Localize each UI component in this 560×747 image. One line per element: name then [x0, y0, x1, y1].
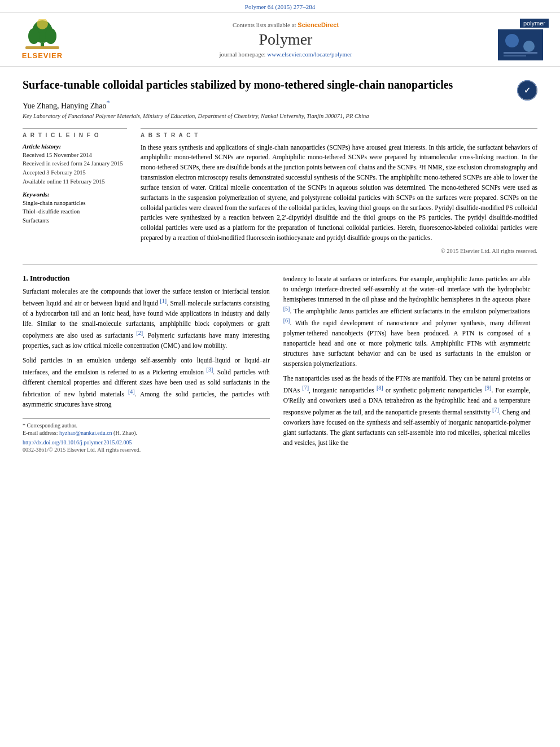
polymer-badge-label: polymer — [520, 19, 549, 28]
ref-6: [6] — [283, 317, 290, 324]
info-abstract-section: A R T I C L E I N F O Article history: R… — [23, 128, 537, 254]
journal-homepage: journal homepage: www.elsevier.com/locat… — [79, 51, 492, 58]
affiliation: Key Laboratory of Functional Polymer Mat… — [23, 113, 537, 119]
left-column: 1. Introduction Surfactant molecules are… — [23, 274, 270, 453]
journal-ref-text: Polymer 64 (2015) 277–284 — [245, 3, 315, 10]
article-title-block: ✓ Surface-tunable colloidal particles st… — [23, 77, 537, 93]
polymer-cover-image — [498, 29, 543, 60]
corresponding-mark: * — [107, 99, 110, 107]
svg-text:✓: ✓ — [524, 86, 531, 95]
right-para2: The nanoparticles used as the heads of t… — [283, 373, 531, 448]
article-info-label: A R T I C L E I N F O — [23, 132, 127, 138]
abstract-panel: A B S T R A C T In these years synthesis… — [141, 128, 537, 254]
online-date: Available online 11 February 2015 — [23, 177, 127, 186]
authors-line: Yue Zhang, Hanying Zhao* — [23, 99, 537, 111]
doi-line[interactable]: http://dx.doi.org/10.1016/j.polymer.2015… — [23, 439, 270, 445]
authors-names: Yue Zhang, Hanying Zhao — [23, 102, 107, 110]
ref-7b: [7] — [492, 407, 499, 413]
ref-1: [1] — [160, 298, 167, 304]
intro-para1: Surfactant molecules are the compounds t… — [23, 286, 270, 351]
homepage-prefix: journal homepage: — [219, 51, 265, 58]
crossmark: ✓ — [517, 80, 537, 101]
intro-heading: 1. Introduction — [23, 274, 270, 283]
svg-rect-4 — [25, 46, 59, 49]
abstract-text: In these years synthesis and application… — [141, 143, 537, 243]
sciencedirect-line: Contents lists available at ScienceDirec… — [79, 21, 492, 28]
ref-7: [7] — [302, 385, 309, 391]
keyword-3: Surfactants — [23, 216, 127, 225]
ref-5: [5] — [283, 305, 290, 312]
elsevier-label: ELSEVIER — [22, 51, 63, 60]
main-content: ✓ Surface-tunable colloidal particles st… — [0, 67, 560, 464]
ref-9: [9] — [485, 385, 492, 391]
right-para1: tendency to locate at surfaces or interf… — [283, 274, 531, 369]
elsevier-tree-icon — [20, 19, 65, 50]
journal-header: ELSEVIER Contents lists available at Sci… — [0, 13, 560, 67]
article-info-panel: A R T I C L E I N F O Article history: R… — [23, 128, 127, 254]
svg-rect-9 — [504, 52, 537, 54]
section-num: 1. — [23, 274, 28, 282]
elsevier-logo: ELSEVIER — [11, 19, 73, 60]
article-title: Surface-tunable colloidal particles stab… — [23, 77, 537, 93]
crossmark-icon: ✓ — [517, 80, 537, 101]
right-column: tendency to locate at surfaces or interf… — [283, 274, 531, 453]
copyright-line: © 2015 Elsevier Ltd. All rights reserved… — [141, 248, 537, 254]
keyword-2: Thiol–disulfide reaction — [23, 207, 127, 216]
intro-para2: Solid particles in an emulsion undergo s… — [23, 355, 270, 409]
revised-date: Received in revised form 24 January 2015 — [23, 159, 127, 168]
polymer-logo: polymer — [498, 19, 549, 60]
svg-point-3 — [45, 28, 56, 44]
svg-point-2 — [28, 28, 40, 44]
issn-line: 0032-3861/© 2015 Elsevier Ltd. All right… — [23, 447, 270, 453]
article-history-block: Article history: Received 15 November 20… — [23, 143, 127, 186]
received-date: Received 15 November 2014 — [23, 151, 127, 160]
section-divider — [23, 264, 537, 265]
keywords-block: Keywords: Single-chain nanoparticles Thi… — [23, 191, 127, 225]
keyword-1: Single-chain nanoparticles — [23, 199, 127, 208]
ref-3: [3] — [207, 366, 213, 373]
sciencedirect-link[interactable]: ScienceDirect — [298, 21, 339, 28]
footnote-area: * Corresponding author. E-mail address: … — [23, 418, 270, 453]
svg-point-7 — [505, 34, 519, 47]
journal-name: Polymer — [79, 30, 492, 49]
email-address[interactable]: hyzhao@nankai.edu.cn — [59, 430, 112, 436]
homepage-url[interactable]: www.elsevier.com/locate/polymer — [267, 51, 352, 58]
email-label: E-mail address: — [23, 430, 58, 436]
abstract-label: A B S T R A C T — [141, 132, 537, 138]
email-line: E-mail address: hyzhao@nankai.edu.cn (H.… — [23, 430, 270, 436]
body-content: 1. Introduction Surfactant molecules are… — [23, 274, 537, 453]
accepted-date: Accepted 3 February 2015 — [23, 168, 127, 177]
journal-center: Contents lists available at ScienceDirec… — [79, 21, 492, 58]
section-title: Introduction — [30, 274, 70, 282]
ref-4: [4] — [128, 388, 135, 395]
svg-rect-10 — [504, 55, 526, 56]
ref-8: [8] — [377, 385, 383, 391]
svg-point-8 — [523, 41, 535, 52]
journal-reference-bar: Polymer 64 (2015) 277–284 — [0, 0, 560, 13]
keywords-label: Keywords: — [23, 191, 127, 198]
corresponding-note: * Corresponding author. — [23, 422, 270, 429]
email-suffix: (H. Zhao). — [113, 430, 137, 436]
history-label: Article history: — [23, 143, 127, 150]
sciencedirect-prefix: Contents lists available at — [233, 21, 296, 28]
ref-2: [2] — [136, 330, 143, 336]
